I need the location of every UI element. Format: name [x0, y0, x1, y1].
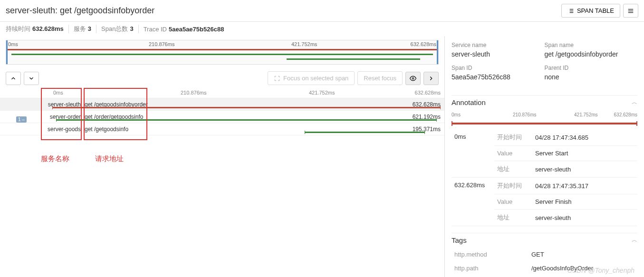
- page-title: server-sleuth: get /getgoodsinfobyorder: [6, 6, 154, 16]
- span-bar: [52, 107, 441, 108]
- tags-section-header[interactable]: Tags ︿: [452, 233, 637, 247]
- svg-point-9: [412, 77, 414, 79]
- minimap[interactable]: 0ms 210.876ms 421.752ms 632.628ms: [6, 40, 439, 65]
- span-bar: [56, 119, 437, 121]
- menu-button[interactable]: [623, 4, 638, 18]
- visibility-button[interactable]: [405, 72, 421, 85]
- next-button[interactable]: [423, 72, 439, 85]
- trace-area: 0ms 210.876ms 421.752ms 632.628ms 2 – 1 …: [0, 88, 444, 135]
- minimap-tick: 0ms: [8, 41, 18, 47]
- watermark: CSDN @Tony_chenph: [567, 267, 634, 274]
- minimap-tick: 632.628ms: [411, 41, 436, 47]
- focus-icon: [274, 75, 280, 82]
- detail-span-id: 5aea5ae75b526c88: [452, 73, 545, 81]
- hamburger-icon: [627, 8, 634, 14]
- reset-focus-button[interactable]: Reset focus: [357, 71, 403, 85]
- span-row[interactable]: server-order get /order/getgoodsinfo 621…: [0, 111, 444, 123]
- annotation-table: 0ms开始时间04/28 17:47:34.685 ValueServer St…: [452, 129, 637, 226]
- minimap-tick: 421.752ms: [291, 41, 317, 47]
- annotation-bar: [452, 123, 637, 124]
- chevron-down-icon: [28, 75, 35, 82]
- span-row[interactable]: server-sleuth get /getgoodsinfobyorder 6…: [0, 98, 444, 111]
- overlay-request-label: 请求地址: [95, 154, 124, 163]
- detail-panel: Service nameserver-sleuth Span nameget /…: [445, 36, 644, 277]
- detail-service-name: server-sleuth: [452, 50, 545, 58]
- overlay-service-label: 服务名称: [41, 154, 69, 163]
- span-bar: [305, 132, 425, 133]
- meta-bar: 持续时间632.628ms 服务3 Span总数3 Trace ID5aea5a…: [0, 22, 644, 36]
- detail-span-name: get /getgoodsinfobyorder: [545, 50, 638, 58]
- span-table-label: SPAN TABLE: [577, 7, 614, 14]
- focus-span-button[interactable]: Focus on selected span: [268, 71, 355, 85]
- span-table-button[interactable]: SPAN TABLE: [561, 4, 620, 18]
- chevron-up-icon: ︿: [632, 98, 637, 106]
- chevron-right-icon: [428, 75, 434, 82]
- span-row[interactable]: server-goods get /getgoodsinfo 195.371ms: [0, 123, 444, 135]
- expand-down-button[interactable]: [24, 72, 39, 85]
- annotation-section-header[interactable]: Annotation ︿: [452, 95, 637, 109]
- minimap-tick: 210.876ms: [149, 41, 174, 47]
- list-icon: [567, 8, 574, 14]
- detail-parent-id: none: [545, 73, 638, 81]
- expand-up-button[interactable]: [6, 72, 21, 85]
- chevron-up-icon: ︿: [632, 236, 637, 244]
- eye-icon: [410, 75, 416, 82]
- chevron-up-icon: [10, 75, 17, 82]
